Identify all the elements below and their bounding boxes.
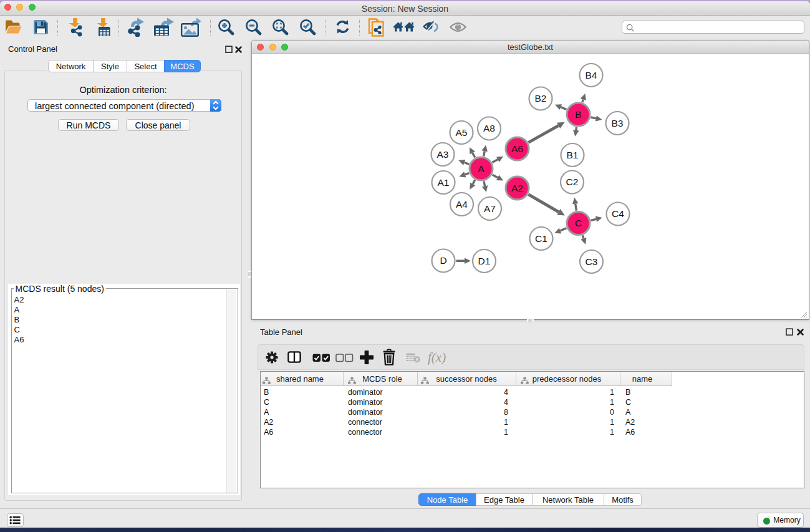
svg-text:C4: C4 bbox=[612, 208, 624, 219]
svg-text:B1: B1 bbox=[567, 150, 579, 160]
svg-text:C2: C2 bbox=[566, 177, 579, 187]
svg-text:D: D bbox=[440, 255, 446, 266]
svg-text:B: B bbox=[575, 109, 581, 120]
svg-text:A5: A5 bbox=[456, 127, 468, 138]
svg-text:A1: A1 bbox=[438, 177, 450, 188]
svg-text:C: C bbox=[575, 218, 582, 228]
svg-text:C1: C1 bbox=[535, 233, 547, 244]
svg-text:C3: C3 bbox=[586, 256, 598, 267]
svg-text:B2: B2 bbox=[535, 93, 547, 104]
svg-text:B3: B3 bbox=[612, 118, 624, 128]
svg-text:A7: A7 bbox=[484, 203, 496, 214]
svg-text:D1: D1 bbox=[478, 256, 491, 266]
svg-text:A3: A3 bbox=[437, 149, 449, 160]
svg-text:B4: B4 bbox=[586, 70, 597, 80]
svg-text:A8: A8 bbox=[483, 123, 495, 133]
svg-text:A2: A2 bbox=[511, 183, 523, 193]
svg-text:A4: A4 bbox=[456, 199, 468, 210]
svg-text:A6: A6 bbox=[511, 143, 523, 154]
svg-text:A: A bbox=[478, 163, 485, 174]
